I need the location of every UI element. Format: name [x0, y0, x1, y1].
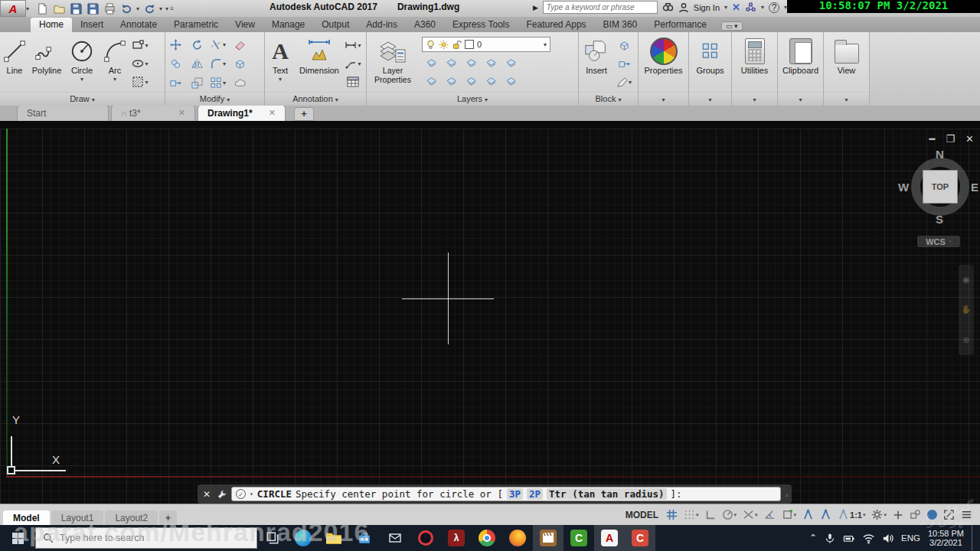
annotation-scale-button[interactable]: 1:1▾ — [838, 509, 865, 520]
dim-linear-button[interactable]: ▾ — [343, 37, 363, 54]
panel-draw-footer[interactable]: Draw ▾ — [0, 92, 165, 106]
annotation-monitor-button[interactable] — [893, 510, 903, 520]
command-suggest-icon[interactable]: ✓ — [236, 489, 246, 499]
tab-layout2[interactable]: Layout2 — [105, 510, 158, 526]
plot-button[interactable] — [103, 2, 116, 15]
isolate-objects-button[interactable] — [910, 509, 921, 520]
trim-button[interactable]: ▾ — [208, 36, 228, 53]
layer-tool-current-button[interactable] — [462, 72, 482, 89]
object-snap-tracking-toggle[interactable] — [764, 509, 776, 520]
command-customize-wrench-icon[interactable] — [217, 489, 227, 500]
viewcube-top-face[interactable]: TOP — [923, 170, 958, 204]
tab-output[interactable]: Output — [313, 18, 358, 32]
battery-icon[interactable] — [843, 533, 855, 544]
model-space-label[interactable]: MODEL — [626, 510, 658, 520]
circle-chevron-icon[interactable]: ▾ — [80, 75, 83, 84]
camtasia-button[interactable]: C — [564, 525, 594, 551]
isometric-drafting-toggle[interactable]: ▾ — [743, 509, 758, 520]
panel-modify-footer[interactable]: Modify ▾ — [165, 92, 264, 106]
arc-button[interactable]: Arc ▾ — [100, 34, 130, 93]
wifi-icon[interactable] — [863, 533, 874, 544]
block-attributes-button[interactable]: ▾ — [614, 73, 634, 90]
layer-color-swatch[interactable] — [465, 40, 474, 49]
layer-tool-on-button[interactable] — [422, 72, 442, 89]
file-tab-start[interactable]: Start — [17, 104, 109, 121]
restore-icon[interactable]: ❐ — [946, 133, 955, 145]
fillet-button[interactable]: ▾ — [208, 55, 228, 72]
app-menu-button[interactable]: A — [0, 0, 26, 17]
file-tab-drawing1[interactable]: Drawing1* ✕ — [198, 104, 286, 121]
line-button[interactable]: Line — [0, 34, 29, 93]
array-button[interactable]: ▾ — [208, 74, 228, 91]
tab-express-tools[interactable]: Express Tools — [444, 18, 518, 32]
revcloud-button[interactable] — [230, 74, 250, 91]
tab-view[interactable]: View — [227, 18, 263, 32]
ribbon-minimize-button[interactable]: ▭ ▾ — [721, 21, 743, 31]
snap-toggle[interactable]: ▾ — [684, 509, 699, 520]
groups-button[interactable]: Groups — [691, 34, 730, 93]
a360-chevron-icon[interactable]: ▾ — [761, 4, 764, 11]
move-button[interactable] — [165, 36, 185, 53]
arc-chevron-icon[interactable]: ▾ — [113, 75, 116, 84]
ellipse-button[interactable]: ▾ — [130, 55, 150, 72]
layer-tool-match-button[interactable] — [442, 54, 462, 70]
file-tab-t3[interactable]: ∩ t3* ✕ — [111, 104, 195, 121]
ortho-toggle[interactable] — [705, 510, 716, 520]
new-file-button[interactable] — [35, 2, 49, 15]
redo-chevron-icon[interactable]: ▾ — [159, 5, 162, 12]
save-button[interactable] — [69, 2, 83, 15]
layer-properties-button[interactable]: Layer Properties — [367, 34, 419, 93]
tab-manage[interactable]: Manage — [263, 18, 313, 32]
taskbar-search-input[interactable] — [60, 533, 236, 543]
layer-tool-copy-button[interactable] — [501, 72, 521, 89]
close-tab-icon[interactable]: ✕ — [178, 108, 185, 118]
tab-a360[interactable]: A360 — [406, 18, 444, 32]
command-history-expand-icon[interactable]: ▴ — [785, 491, 789, 498]
firefox-button[interactable] — [502, 525, 533, 551]
grid-toggle[interactable] — [666, 509, 678, 520]
recorder-button[interactable]: C — [625, 525, 655, 551]
layer-on-bulb-icon[interactable] — [426, 40, 436, 50]
clean-screen-button[interactable] — [943, 509, 955, 520]
video-editor-button[interactable] — [533, 525, 564, 551]
layer-lock-icon[interactable] — [452, 40, 462, 50]
command-option-3p[interactable]: 3P — [507, 488, 523, 500]
text-chevron-icon[interactable]: ▾ — [279, 75, 282, 84]
tab-parametric[interactable]: Parametric — [165, 18, 227, 32]
polyline-button[interactable]: Polyline — [29, 34, 64, 93]
layer-dropdown-chevron-icon[interactable]: ▾ — [544, 41, 547, 48]
command-close-icon[interactable]: ✕ — [201, 489, 213, 500]
hatch-button[interactable]: ▾ — [130, 73, 150, 90]
layer-tool-lock-button[interactable] — [482, 54, 501, 70]
hardware-acceleration-button[interactable] — [927, 510, 937, 520]
search-binoculars-icon[interactable] — [662, 2, 674, 13]
open-file-button[interactable] — [52, 2, 66, 15]
viewcube-east[interactable]: E — [971, 181, 978, 194]
viewcube-south[interactable]: S — [936, 213, 943, 226]
tab-annotate[interactable]: Annotate — [112, 18, 165, 32]
panel-clipboard-footer[interactable]: ▾ — [778, 92, 823, 106]
volume-icon[interactable] — [882, 533, 893, 544]
keyword-search-input[interactable] — [543, 1, 658, 14]
start-button[interactable] — [0, 525, 35, 551]
utilities-button[interactable]: Utilities — [733, 34, 776, 93]
sign-in-button[interactable]: Sign In — [694, 3, 720, 12]
chrome-button[interactable] — [472, 525, 502, 551]
redo-button[interactable] — [142, 2, 156, 15]
circle-button[interactable]: Circle ▾ — [64, 34, 100, 93]
workspace-switching-button[interactable]: ▾ — [871, 509, 887, 520]
panel-groups-footer[interactable]: ▾ — [689, 92, 731, 106]
tab-bim-360[interactable]: BIM 360 — [595, 18, 646, 32]
edge-button[interactable] — [288, 525, 318, 551]
customization-button[interactable] — [961, 509, 972, 520]
taskbar-search[interactable] — [35, 527, 257, 549]
a360-connect-icon[interactable] — [745, 2, 756, 13]
rotate-button[interactable] — [187, 36, 207, 53]
leader-button[interactable]: ▾ — [343, 55, 363, 72]
steering-wheel-icon[interactable]: ◉ — [962, 275, 970, 285]
tab-model[interactable]: Model — [3, 510, 50, 526]
command-option-ttr[interactable]: Ttr (tan tan radius) — [547, 488, 667, 500]
file-explorer-button[interactable] — [318, 525, 349, 551]
panel-view-footer[interactable]: ▾ — [824, 92, 869, 106]
layer-tool-previous-button[interactable] — [501, 54, 521, 70]
